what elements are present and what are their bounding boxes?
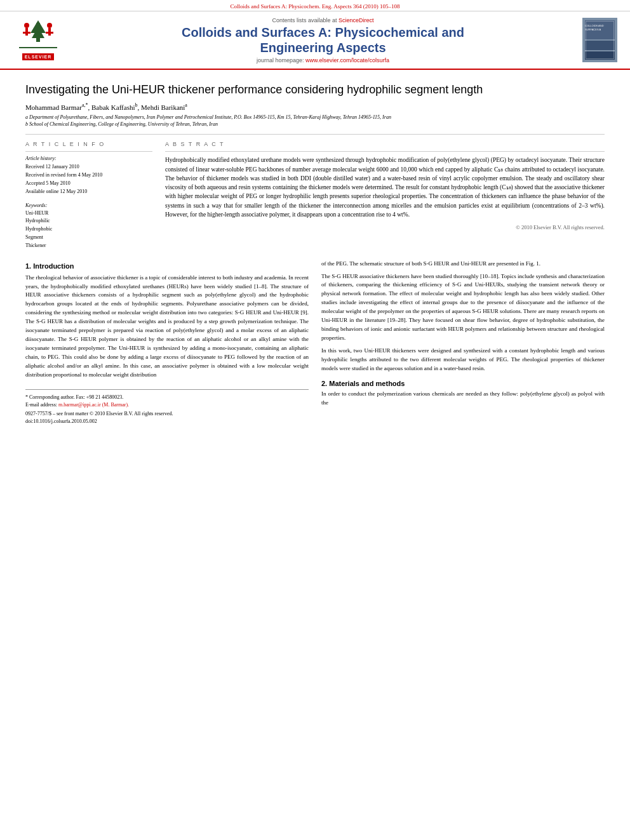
copyright-line: © 2010 Elsevier B.V. All rights reserved… <box>165 224 605 230</box>
journal-header: ELSEVIER Contents lists available at Sci… <box>0 11 630 70</box>
right-para1: of the PEG. The schematic structure of b… <box>321 260 605 269</box>
affiliations: a Department of Polyurethane, Fibers, an… <box>25 114 605 128</box>
author-barmar: Mohammad Barmar <box>25 103 82 111</box>
paper-title: Investigating the Uni-HEUR thickener per… <box>25 83 605 97</box>
svg-point-1 <box>24 23 29 28</box>
revised-date: Received in revised form 4 May 2010 <box>25 171 152 180</box>
available-date: Available online 12 May 2010 <box>25 188 152 196</box>
top-bar: Colloids and Surfaces A: Physicochem. En… <box>0 0 630 11</box>
email-label: E-mail address: <box>25 402 57 408</box>
author-barikani: Mehdi Barikani <box>141 103 185 111</box>
svg-point-7 <box>47 23 52 28</box>
abstract-title: A B S T R A C T <box>165 141 605 147</box>
svg-rect-9 <box>46 32 53 34</box>
email-link[interactable]: m.barmar@ippi.ac.ir (M. Barmar). <box>58 402 129 408</box>
article-info-box: Article history: Received 12 January 201… <box>25 151 152 250</box>
elsevier-tree-icon <box>19 20 57 53</box>
keywords-label: Keywords: <box>25 203 152 208</box>
abstract-text: Hydrophobically modified ethoxylated ure… <box>165 156 605 219</box>
svg-text:COLLOIDS AND: COLLOIDS AND <box>585 24 604 27</box>
email-footnote: E-mail address: m.barmar@ippi.ac.ir (M. … <box>25 401 309 409</box>
main-text-section: 1. Introduction The rheological behavior… <box>25 260 605 424</box>
journal-thumbnail: COLLOIDS AND SURFACES A <box>582 18 617 62</box>
journal-homepage: journal homepage: www.elsevier.com/locat… <box>64 57 582 63</box>
svg-rect-10 <box>19 47 57 48</box>
article-info-col: A R T I C L E I N F O Article history: R… <box>25 141 152 250</box>
science-direct-link[interactable]: ScienceDirect <box>338 17 374 23</box>
doi-line: doi:10.1016/j.colsurfa.2010.05.002 <box>25 418 309 424</box>
keyword-4: Segment <box>25 234 152 242</box>
author-kaffashi: Babak Kaffashi <box>91 103 135 111</box>
accepted-date: Accepted 5 May 2010 <box>25 180 152 188</box>
abstract-box: Hydrophobically modified ethoxylated ure… <box>165 151 605 230</box>
elsevier-box-label: ELSEVIER <box>22 53 55 60</box>
svg-rect-13 <box>585 41 615 50</box>
keyword-3: Hydrophobic <box>25 225 152 234</box>
received-date: Received 12 January 2010 <box>25 163 152 171</box>
svg-rect-3 <box>23 32 30 34</box>
journal-title: Colloids and Surfaces A: Physicochemical… <box>64 25 582 55</box>
footnote-section: * Corresponding author. Fax: +98 21 4458… <box>25 389 309 424</box>
info-abstract-section: A R T I C L E I N F O Article history: R… <box>25 141 605 250</box>
journal-cover-image: COLLOIDS AND SURFACES A <box>582 18 617 62</box>
divider <box>25 134 605 135</box>
corresponding-author: * Corresponding author. Fax: +98 21 4458… <box>25 394 309 401</box>
right-para3: In this work, two Uni-HEUR thickeners we… <box>321 347 605 373</box>
abstract-col: A B S T R A C T Hydrophobically modified… <box>165 141 605 250</box>
elsevier-logo: ELSEVIER <box>13 20 64 60</box>
introduction-col: 1. Introduction The rheological behavior… <box>25 260 309 424</box>
contents-available-text: Contents lists available at <box>272 17 337 23</box>
issn-line: 0927-7757/$ – see front matter © 2010 El… <box>25 411 309 417</box>
materials-para1: In order to conduct the polymerization v… <box>321 390 605 408</box>
right-col-text: of the PEG. The schematic structure of b… <box>321 260 605 424</box>
svg-rect-11 <box>582 18 617 62</box>
affiliation-a: a Department of Polyurethane, Fibers, an… <box>25 114 605 121</box>
svg-text:SURFACES A: SURFACES A <box>585 28 601 31</box>
journal-homepage-link[interactable]: www.elsevier.com/locate/colsurfa <box>305 57 389 63</box>
article-info-title: A R T I C L E I N F O <box>25 141 152 147</box>
keyword-1: Uni-HEUR <box>25 210 152 218</box>
introduction-para1: The rheological behavior of associative … <box>25 274 309 380</box>
keyword-2: Hydrophilic <box>25 217 152 225</box>
journal-reference-link[interactable]: Colloids and Surfaces A: Physicochem. En… <box>230 3 399 10</box>
introduction-heading: 1. Introduction <box>25 262 309 270</box>
journal-center: Contents lists available at ScienceDirec… <box>64 17 582 63</box>
right-para2: The S-G HEUR associative thickeners have… <box>321 272 605 343</box>
paper-content: Investigating the Uni-HEUR thickener per… <box>0 70 630 437</box>
affiliation-b: b School of Chemical Engineering, Colleg… <box>25 121 605 128</box>
svg-rect-14 <box>585 51 615 60</box>
keywords-section: Keywords: Uni-HEUR Hydrophilic Hydrophob… <box>25 203 152 250</box>
history-label: Article history: <box>25 156 152 161</box>
authors-line: Mohammad Barmara,*, Babak Kaffashib, Meh… <box>25 102 605 111</box>
keyword-5: Thickener <box>25 242 152 250</box>
svg-rect-12 <box>585 20 615 39</box>
science-direct-available: Contents lists available at ScienceDirec… <box>64 17 582 23</box>
materials-heading: 2. Materials and methods <box>321 380 605 387</box>
